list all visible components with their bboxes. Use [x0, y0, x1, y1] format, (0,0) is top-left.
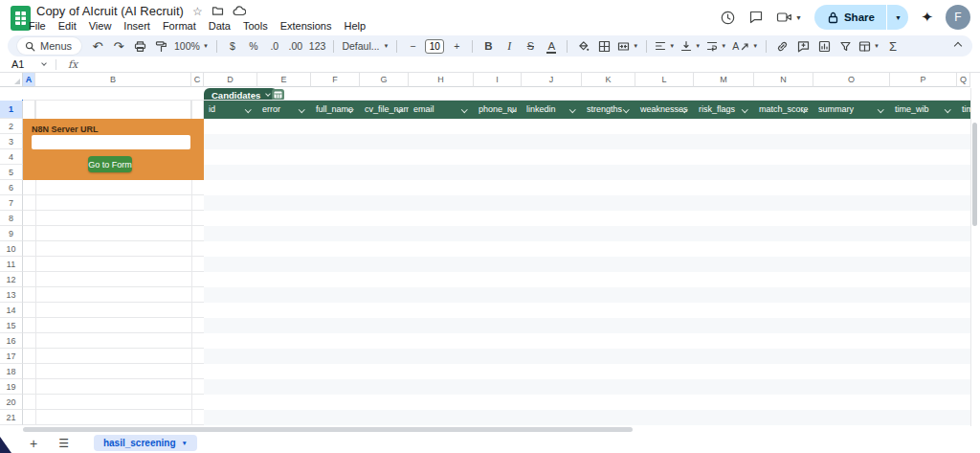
- row-left-6[interactable]: [23, 180, 204, 195]
- cell-B1[interactable]: [35, 101, 191, 119]
- table-row[interactable]: [204, 395, 970, 410]
- insert-comment-button[interactable]: [795, 36, 811, 56]
- table-header-error[interactable]: error: [257, 101, 311, 119]
- row-header-21[interactable]: 21: [0, 410, 23, 425]
- create-filter-button[interactable]: [837, 36, 853, 56]
- avatar[interactable]: F: [946, 5, 970, 30]
- table-row[interactable]: [204, 303, 970, 318]
- column-header-B[interactable]: B: [35, 73, 191, 87]
- column-header-A[interactable]: A: [23, 73, 35, 87]
- table-header-summary[interactable]: summary: [813, 101, 890, 119]
- undo-button[interactable]: ↶: [90, 36, 105, 56]
- menu-file[interactable]: File: [27, 20, 48, 32]
- decrease-decimal-button[interactable]: .0: [267, 36, 282, 56]
- functions-button[interactable]: Σ: [885, 36, 901, 56]
- row-header-8[interactable]: 8: [0, 211, 23, 226]
- row-left-8[interactable]: [23, 211, 204, 226]
- row-header-15[interactable]: 15: [0, 318, 23, 333]
- row-left-20[interactable]: [23, 395, 204, 410]
- column-header-Q[interactable]: Q: [957, 73, 970, 87]
- row-header-2[interactable]: 2: [0, 119, 23, 134]
- move-folder-icon[interactable]: [212, 5, 224, 17]
- share-caret-button[interactable]: ▼: [887, 5, 908, 30]
- row-header-4[interactable]: 4: [0, 149, 23, 165]
- menu-format[interactable]: Format: [161, 20, 198, 32]
- table-row[interactable]: [204, 119, 970, 134]
- menu-insert[interactable]: Insert: [122, 20, 152, 32]
- all-sheets-button[interactable]: ☰: [58, 437, 68, 450]
- star-icon[interactable]: ☆: [192, 5, 203, 18]
- name-box[interactable]: A1: [0, 58, 42, 70]
- row-left-14[interactable]: [23, 303, 204, 318]
- column-header-N[interactable]: N: [754, 73, 813, 87]
- table-header-risk_flags[interactable]: risk_flags: [694, 101, 754, 119]
- row-header-1[interactable]: 1: [0, 101, 23, 119]
- table-views-button[interactable]: ▼: [858, 36, 880, 56]
- menu-view[interactable]: View: [87, 20, 114, 32]
- row-header-6[interactable]: 6: [0, 180, 23, 195]
- table-header-weaknesses[interactable]: weaknesses: [635, 101, 694, 119]
- meet-caret-icon[interactable]: ▼: [795, 14, 802, 21]
- insert-chart-button[interactable]: [816, 36, 832, 56]
- font-size-input[interactable]: 10: [425, 39, 444, 54]
- row-header-3[interactable]: 3: [0, 134, 23, 149]
- column-header-F[interactable]: F: [311, 73, 360, 87]
- table-row[interactable]: [204, 318, 970, 333]
- row-left-18[interactable]: [23, 364, 204, 379]
- table-row[interactable]: [204, 349, 970, 364]
- row-header-7[interactable]: 7: [0, 195, 23, 211]
- table-row[interactable]: [204, 287, 970, 303]
- row-left-7[interactable]: [23, 195, 204, 211]
- menu-data[interactable]: Data: [207, 20, 233, 32]
- table-row[interactable]: [204, 241, 970, 257]
- horizontal-scrollbar-thumb[interactable]: [23, 427, 633, 432]
- sheet-tab-caret-icon[interactable]: ▼: [182, 440, 188, 446]
- menu-edit[interactable]: Edit: [56, 20, 78, 32]
- row-left-9[interactable]: [23, 226, 204, 241]
- comments-icon[interactable]: [748, 10, 764, 25]
- cloud-status-icon[interactable]: [233, 5, 246, 17]
- text-wrap-button[interactable]: ▼: [706, 36, 726, 56]
- horizontal-align-button[interactable]: ▼: [655, 36, 675, 56]
- table-row[interactable]: [204, 165, 970, 180]
- text-color-button[interactable]: A: [547, 40, 555, 52]
- row-header-11[interactable]: 11: [0, 257, 23, 272]
- menu-tools[interactable]: Tools: [241, 20, 270, 32]
- cell-C1[interactable]: [191, 101, 204, 119]
- text-rotation-button[interactable]: A ▼: [732, 36, 758, 56]
- row-header-9[interactable]: 9: [0, 226, 23, 241]
- row-header-14[interactable]: 14: [0, 303, 23, 318]
- document-title[interactable]: Copy of AIcruit (AI Recruit): [36, 4, 184, 18]
- table-row[interactable]: [204, 257, 970, 272]
- table-header-time_wib[interactable]: time_wib: [890, 101, 957, 119]
- more-formats-button[interactable]: 123: [309, 36, 326, 56]
- table-header-cv_file_nam[interactable]: cv_file_nam: [360, 101, 409, 119]
- italic-button[interactable]: I: [501, 36, 517, 56]
- borders-button[interactable]: [596, 36, 612, 56]
- column-header-E[interactable]: E: [257, 73, 311, 87]
- menu-help[interactable]: Help: [342, 20, 368, 32]
- row-header-18[interactable]: 18: [0, 364, 23, 379]
- column-header-K[interactable]: K: [582, 73, 635, 87]
- table-row[interactable]: [204, 379, 970, 395]
- select-all-corner[interactable]: [0, 73, 23, 87]
- table-row[interactable]: [204, 211, 970, 226]
- row-header-13[interactable]: 13: [0, 287, 23, 303]
- strikethrough-button[interactable]: S: [523, 36, 538, 56]
- table-row[interactable]: [204, 226, 970, 241]
- row-header-17[interactable]: 17: [0, 349, 23, 364]
- table-row[interactable]: [204, 180, 970, 195]
- row-left-11[interactable]: [23, 257, 204, 272]
- name-box-caret-icon[interactable]: [41, 60, 47, 66]
- table-header-phone_nu[interactable]: phone_nu: [474, 101, 522, 119]
- row-left-10[interactable]: [23, 241, 204, 257]
- table-header-match_score[interactable]: match_score: [754, 101, 813, 119]
- version-history-icon[interactable]: [720, 10, 736, 26]
- go-to-form-button[interactable]: Go to Form: [88, 156, 132, 172]
- row-header-10[interactable]: 10: [0, 241, 23, 257]
- sheet-tab-hasil-screening[interactable]: hasil_screening ▼: [94, 435, 197, 451]
- fill-color-button[interactable]: [575, 36, 590, 56]
- table-row[interactable]: [204, 195, 970, 211]
- menus-search-button[interactable]: Menus: [17, 37, 81, 55]
- column-header-O[interactable]: O: [813, 73, 890, 87]
